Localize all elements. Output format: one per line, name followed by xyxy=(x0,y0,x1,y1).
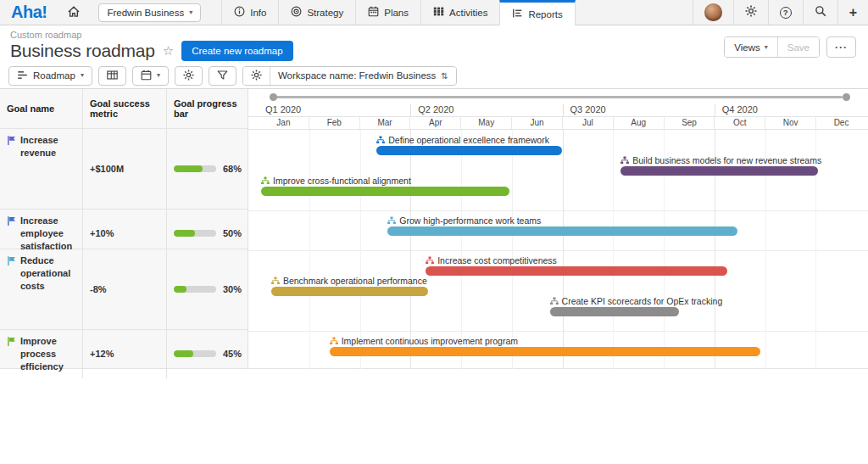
goal-progress-cell: 30% xyxy=(167,249,248,329)
add-button[interactable]: + xyxy=(837,0,868,25)
goal-name-cell[interactable]: Improve process efficiency xyxy=(0,330,83,378)
gantt-bar-initiative[interactable]: Benchmark operational performance xyxy=(271,275,428,296)
workspace-filter-selector[interactable]: Workspace name: Fredwin Business ⇅ xyxy=(270,67,456,85)
gantt-bar-initiative[interactable]: Increase cost competitiveness xyxy=(426,254,727,276)
strategy-icon xyxy=(291,6,302,19)
chevron-down-icon: ▾ xyxy=(157,72,160,79)
goal-name-cell[interactable]: Reduce operational costs xyxy=(0,249,83,329)
progress-bar xyxy=(174,350,216,357)
navbar-right: ? + xyxy=(693,0,868,25)
roadmap-type-dropdown[interactable]: Roadmap ▾ xyxy=(8,66,92,86)
initiative-icon xyxy=(261,176,270,185)
help-icon: ? xyxy=(780,7,792,19)
funnel-icon xyxy=(217,70,228,82)
nav-tabs: Info Strategy Plans Activities xyxy=(221,0,575,25)
column-header-progress-bar: Goal progress bar xyxy=(167,89,248,128)
star-icon[interactable]: ☆ xyxy=(163,43,174,59)
column-header-goal-name: Goal name xyxy=(0,89,83,128)
month-label: Mar xyxy=(359,117,410,129)
tab-info[interactable]: Info xyxy=(221,0,278,25)
gantt-bar[interactable] xyxy=(550,307,679,316)
gridline xyxy=(613,130,614,369)
more-button[interactable]: ··· xyxy=(826,36,856,58)
calendar-icon xyxy=(368,6,379,19)
workspace-dropdown[interactable]: Fredwin Business ▾ xyxy=(98,3,201,22)
gantt-bar[interactable] xyxy=(330,347,760,356)
flag-icon xyxy=(7,336,16,350)
search-button[interactable] xyxy=(803,0,837,25)
tab-reports[interactable]: Reports xyxy=(499,0,575,25)
gridline xyxy=(360,130,361,369)
workspace-filter-settings[interactable] xyxy=(243,67,270,85)
gantt-bar[interactable] xyxy=(376,146,562,155)
timeline-range-slider xyxy=(248,89,868,103)
column-header-success-metric: Goal success metric xyxy=(83,89,167,128)
table-row[interactable]: Increase revenue +$100M 68% xyxy=(0,129,248,210)
gantt-canvas: Define operational excellence framework … xyxy=(259,130,866,369)
month-label: Jun xyxy=(511,117,562,129)
goal-metric-cell: +12% xyxy=(83,330,167,378)
date-range-button[interactable]: ▾ xyxy=(132,66,169,86)
gantt-bar-initiative[interactable]: Build business models for new revenue st… xyxy=(620,154,818,176)
quarter-label: Q4 2020 xyxy=(715,103,866,116)
gantt-bar-initiative[interactable]: Implement continuous improvement program xyxy=(330,335,760,356)
gantt-bar-initiative[interactable]: Improve cross-functional alignment xyxy=(261,175,509,196)
user-menu-button[interactable] xyxy=(693,0,733,25)
progress-value: 50% xyxy=(223,228,242,238)
settings-button[interactable] xyxy=(733,0,768,25)
slider-handle-left[interactable] xyxy=(270,93,277,101)
gantt-bar[interactable] xyxy=(271,287,428,296)
gantt-bar[interactable] xyxy=(426,266,727,276)
gear-icon xyxy=(745,5,757,20)
slider-handle-right[interactable] xyxy=(843,93,850,101)
initiative-icon xyxy=(387,216,396,225)
goals-table: Goal name Goal success metric Goal progr… xyxy=(0,89,248,368)
tab-plans[interactable]: Plans xyxy=(355,0,420,25)
slider-track[interactable] xyxy=(273,96,843,98)
month-label: Jul xyxy=(562,117,613,129)
goal-metric-cell: -8% xyxy=(83,249,167,329)
report-lines-icon xyxy=(512,8,523,20)
gridline xyxy=(309,130,310,369)
calendar-icon xyxy=(141,70,152,82)
progress-bar xyxy=(174,286,216,293)
filter-button[interactable] xyxy=(209,66,236,86)
initiative-icon xyxy=(620,156,629,165)
goal-name-cell[interactable]: Increase revenue xyxy=(0,129,83,209)
tab-activities[interactable]: Activities xyxy=(420,0,499,25)
timeline-chart: Q1 2020Q2 2020Q3 2020Q4 2020 JanFebMarAp… xyxy=(248,89,868,368)
gear-icon xyxy=(251,70,262,82)
chevron-down-icon: ▾ xyxy=(81,72,84,79)
gridline xyxy=(461,130,462,369)
help-button[interactable]: ? xyxy=(768,0,803,25)
table-icon xyxy=(107,70,118,82)
gantt-bar-initiative[interactable]: Define operational excellence framework xyxy=(376,134,562,155)
gantt-bar-initiative[interactable]: Grow high-performance work teams xyxy=(387,215,737,236)
gantt-bar-initiative[interactable]: Create KPI scorecards for OpEx tracking xyxy=(550,295,679,316)
gantt-bar[interactable] xyxy=(620,166,818,176)
gridline xyxy=(410,130,411,369)
views-save-group: Views▾ Save xyxy=(724,36,820,58)
home-button[interactable] xyxy=(58,0,90,25)
workspace-dropdown-label: Fredwin Business xyxy=(107,8,184,18)
gantt-bar[interactable] xyxy=(387,226,737,236)
month-label: Sep xyxy=(664,117,715,129)
create-roadmap-button[interactable]: Create new roadmap xyxy=(181,41,292,61)
table-row[interactable]: Increase employee satisfaction +10% 50% xyxy=(0,210,248,249)
tab-label: Plans xyxy=(384,8,409,18)
info-icon xyxy=(234,6,245,19)
table-columns-button[interactable] xyxy=(98,66,126,86)
table-row[interactable]: Improve process efficiency +12% 45% xyxy=(0,330,248,369)
page-header: Custom roadmap Business roadmap ☆ Create… xyxy=(0,25,868,63)
tab-strategy[interactable]: Strategy xyxy=(278,0,355,25)
goal-progress-cell: 45% xyxy=(167,330,248,378)
table-row[interactable]: Reduce operational costs -8% 30% xyxy=(0,249,248,330)
quarter-header-row: Q1 2020Q2 2020Q3 2020Q4 2020 xyxy=(248,103,868,117)
save-button[interactable]: Save xyxy=(777,37,819,57)
progress-value: 68% xyxy=(223,164,242,174)
views-button[interactable]: Views▾ xyxy=(725,37,776,57)
chart-settings-button[interactable] xyxy=(175,66,203,86)
gantt-bar[interactable] xyxy=(261,187,509,196)
initiative-icon xyxy=(426,256,434,265)
sort-arrows-icon: ⇅ xyxy=(441,71,448,81)
